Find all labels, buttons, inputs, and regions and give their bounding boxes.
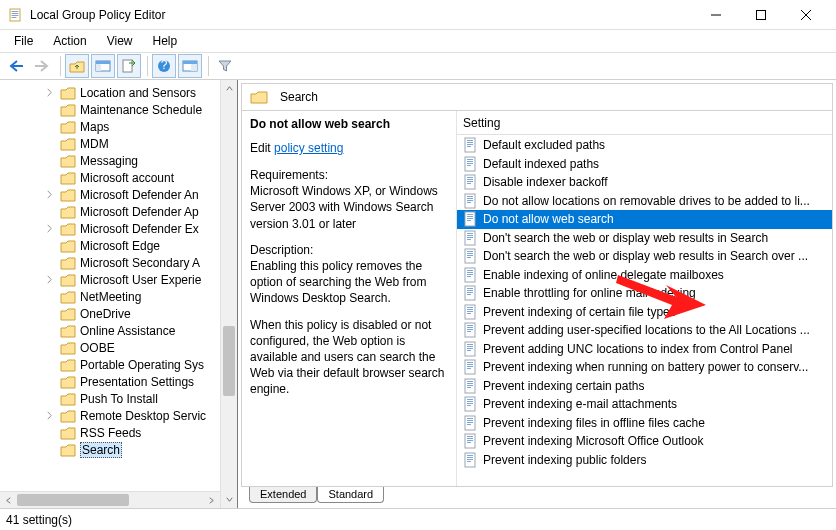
- policy-row[interactable]: Do not allow locations on removable driv…: [457, 192, 832, 211]
- policy-row[interactable]: Prevent indexing e-mail attachments: [457, 395, 832, 414]
- policy-label: Prevent indexing files in offline files …: [483, 416, 705, 430]
- tree-item[interactable]: Microsoft account: [0, 169, 237, 186]
- policy-row[interactable]: Prevent indexing files in offline files …: [457, 414, 832, 433]
- minimize-button[interactable]: [693, 1, 738, 29]
- folder-icon: [60, 154, 76, 168]
- tree-item[interactable]: Remote Desktop Servic: [0, 407, 237, 424]
- tree-item[interactable]: RSS Feeds: [0, 424, 237, 441]
- tree-item[interactable]: Messaging: [0, 152, 237, 169]
- folder-icon: [60, 205, 76, 219]
- tree-item-label: Online Assistance: [80, 324, 175, 338]
- policy-row[interactable]: Do not allow web search: [457, 210, 832, 229]
- close-button[interactable]: [783, 1, 828, 29]
- policy-row[interactable]: Prevent indexing when running on battery…: [457, 358, 832, 377]
- tree-item[interactable]: Push To Install: [0, 390, 237, 407]
- edit-line: Edit policy setting: [250, 141, 448, 155]
- policy-icon: [463, 322, 479, 338]
- policy-row[interactable]: Prevent indexing public folders: [457, 451, 832, 470]
- maximize-button[interactable]: [738, 1, 783, 29]
- description-label: Description:: [250, 243, 313, 257]
- svg-text:?: ?: [161, 59, 168, 72]
- tree-item[interactable]: Microsoft Defender Ex: [0, 220, 237, 237]
- policy-row[interactable]: Prevent adding UNC locations to index fr…: [457, 340, 832, 359]
- menubar: File Action View Help: [0, 30, 836, 52]
- tree-item[interactable]: Search: [0, 441, 237, 458]
- tree-item[interactable]: Presentation Settings: [0, 373, 237, 390]
- policy-row[interactable]: Don't search the web or display web resu…: [457, 247, 832, 266]
- tree-item[interactable]: OOBE: [0, 339, 237, 356]
- expander-icon[interactable]: [42, 273, 56, 287]
- window-title: Local Group Policy Editor: [30, 8, 693, 22]
- policy-row[interactable]: Prevent adding user-specified locations …: [457, 321, 832, 340]
- policy-row[interactable]: Prevent indexing certain paths: [457, 377, 832, 396]
- tree-item-label: OOBE: [80, 341, 115, 355]
- tree-item[interactable]: Online Assistance: [0, 322, 237, 339]
- back-button[interactable]: [4, 54, 28, 78]
- svg-rect-47: [467, 239, 471, 240]
- tree-scrollbar-vertical[interactable]: [220, 80, 237, 508]
- properties-button[interactable]: [178, 54, 202, 78]
- policy-row[interactable]: Prevent indexing of certain file types: [457, 303, 832, 322]
- expander-icon[interactable]: [42, 188, 56, 202]
- export-list-button[interactable]: [117, 54, 141, 78]
- policy-row[interactable]: Default excluded paths: [457, 136, 832, 155]
- filter-button[interactable]: [213, 54, 237, 78]
- tree-item[interactable]: Microsoft Defender An: [0, 186, 237, 203]
- tree-item[interactable]: NetMeeting: [0, 288, 237, 305]
- expander-icon[interactable]: [42, 222, 56, 236]
- policy-row[interactable]: Default indexed paths: [457, 155, 832, 174]
- policy-row[interactable]: Disable indexer backoff: [457, 173, 832, 192]
- up-one-level-button[interactable]: [65, 54, 89, 78]
- tree-item[interactable]: Portable Operating Sys: [0, 356, 237, 373]
- folder-icon: [60, 171, 76, 185]
- policy-icon: [463, 211, 479, 227]
- policy-icon: [463, 433, 479, 449]
- tree-item[interactable]: Microsoft Edge: [0, 237, 237, 254]
- svg-rect-101: [467, 440, 473, 441]
- policy-row[interactable]: Don't search the web or display web resu…: [457, 229, 832, 248]
- tree-item[interactable]: Microsoft User Experie: [0, 271, 237, 288]
- folder-icon: [60, 103, 76, 117]
- menu-view[interactable]: View: [97, 32, 143, 50]
- svg-rect-27: [467, 165, 471, 166]
- menu-action[interactable]: Action: [43, 32, 96, 50]
- folder-icon: [60, 137, 76, 151]
- expander-icon[interactable]: [42, 409, 56, 423]
- tree-item[interactable]: Microsoft Defender Ap: [0, 203, 237, 220]
- folder-icon: [60, 273, 76, 287]
- svg-rect-30: [467, 179, 473, 180]
- tree-item-label: Microsoft Defender An: [80, 188, 199, 202]
- folder-icon: [60, 324, 76, 338]
- folder-icon: [60, 222, 76, 236]
- show-hide-tree-button[interactable]: [91, 54, 115, 78]
- tree-item[interactable]: Maintenance Schedule: [0, 101, 237, 118]
- tree-item-label: Push To Install: [80, 392, 158, 406]
- menu-help[interactable]: Help: [143, 32, 188, 50]
- list-header-setting[interactable]: Setting: [457, 111, 832, 135]
- menu-file[interactable]: File: [4, 32, 43, 50]
- svg-rect-20: [467, 142, 473, 143]
- tree-item[interactable]: Maps: [0, 118, 237, 135]
- description-body-2: When this policy is disabled or not conf…: [250, 317, 448, 398]
- tab-standard[interactable]: Standard: [317, 487, 384, 503]
- tree-item[interactable]: Microsoft Secondary A: [0, 254, 237, 271]
- settings-list-column: Setting Default excluded pathsDefault in…: [457, 111, 832, 486]
- policy-setting-link[interactable]: policy setting: [274, 141, 343, 155]
- tab-extended[interactable]: Extended: [249, 487, 317, 503]
- tree-item-label: Remote Desktop Servic: [80, 409, 206, 423]
- svg-rect-21: [467, 144, 473, 145]
- policy-row[interactable]: Enable indexing of online delegate mailb…: [457, 266, 832, 285]
- policy-icon: [463, 156, 479, 172]
- policy-icon: [463, 415, 479, 431]
- policy-row[interactable]: Enable throttling for online mail indexi…: [457, 284, 832, 303]
- forward-button[interactable]: [30, 54, 54, 78]
- expander-icon[interactable]: [42, 86, 56, 100]
- tree-item[interactable]: Location and Sensors: [0, 84, 237, 101]
- tree-item[interactable]: OneDrive: [0, 305, 237, 322]
- tree-item[interactable]: MDM: [0, 135, 237, 152]
- policy-row[interactable]: Prevent indexing Microsoft Office Outloo…: [457, 432, 832, 451]
- svg-rect-70: [467, 327, 473, 328]
- help-button[interactable]: ?: [152, 54, 176, 78]
- tree-scrollbar-horizontal[interactable]: [0, 491, 220, 508]
- svg-rect-87: [467, 387, 471, 388]
